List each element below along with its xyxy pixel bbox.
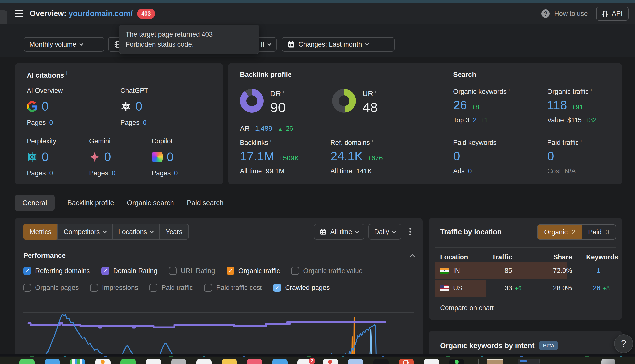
dock-app-icon[interactable]: 2 — [297, 358, 313, 364]
target-domain-link[interactable]: yourdomain.com/ — [69, 9, 133, 18]
segment-competitors[interactable]: Competitors — [57, 224, 112, 239]
paid-keywords-value-link[interactable]: 0 — [453, 149, 460, 163]
info-icon[interactable]: i — [375, 89, 376, 94]
toggle-paid[interactable]: Paid0 — [582, 225, 616, 239]
dock-app-icon[interactable] — [323, 358, 338, 364]
performance-chart — [23, 312, 414, 358]
checkbox-organic-traffic[interactable]: Organic traffic — [226, 267, 280, 275]
info-icon[interactable]: i — [270, 138, 271, 143]
dock-app-icon[interactable] — [424, 358, 439, 364]
organic-traffic-value-link[interactable]: 118 — [547, 98, 567, 112]
dock-trash-icon[interactable] — [601, 358, 615, 364]
checkbox-organic-pages[interactable]: Organic pages — [23, 284, 79, 292]
dock-app-icon[interactable] — [95, 358, 111, 364]
date-range-dropdown[interactable]: All time — [314, 224, 364, 240]
segment-locations[interactable]: Locations — [112, 224, 159, 239]
side-drawer-handle[interactable] — [0, 10, 8, 25]
backlinks-value-link[interactable]: 17.1M — [240, 149, 274, 164]
dock-separator — [478, 358, 479, 364]
location-row-in[interactable]: IN 85 72.0% 1 — [435, 262, 618, 279]
segment-metrics[interactable]: Metrics — [23, 224, 58, 240]
refdomains-value-link[interactable]: 24.1K — [331, 149, 363, 164]
tab-backlink-profile[interactable]: Backlink profile — [67, 199, 114, 207]
checkbox-paid-traffic[interactable]: Paid traffic — [149, 284, 193, 292]
info-icon[interactable]: i — [283, 89, 284, 94]
keywords-link[interactable]: 26 — [593, 284, 600, 292]
dock-app-icon[interactable] — [247, 358, 262, 364]
checkbox-organic-traffic-value[interactable]: Organic traffic value — [291, 267, 363, 275]
kebab-menu-icon[interactable] — [405, 224, 415, 240]
ur-metric: URi 48 — [362, 89, 378, 116]
paid-traffic-value-link[interactable]: 0 — [547, 149, 554, 163]
checkbox-domain-rating[interactable]: Domain Rating — [101, 267, 158, 275]
dock-app-icon[interactable] — [272, 358, 287, 364]
checkbox-box — [226, 267, 234, 275]
notification-badge: 2 — [309, 358, 315, 364]
pages-count-link[interactable]: 0 — [143, 119, 147, 126]
dock-app-icon[interactable] — [373, 358, 389, 364]
floating-help-button[interactable]: ? — [614, 334, 633, 353]
top3-value-link[interactable]: 2 — [473, 116, 477, 124]
pages-count-link[interactable]: 0 — [49, 119, 53, 126]
organic-keywords-value-link[interactable]: 26 — [453, 98, 467, 112]
ai-citations-title: AI citationsi — [27, 70, 67, 79]
google-icon — [27, 101, 38, 112]
compare-on-chart-link[interactable]: Compare on chart — [440, 304, 494, 312]
keywords-link[interactable]: 1 — [596, 267, 600, 274]
ai-citations-card: AI citationsi AI Overview 0 Pages0 ChatG… — [15, 63, 223, 184]
tab-general[interactable]: General — [15, 195, 55, 211]
dock-app-icon[interactable] — [348, 358, 363, 364]
dock-photo-thumbnail[interactable] — [487, 358, 503, 364]
location-row-us[interactable]: US 33+6 28.0% 26+8 — [435, 280, 618, 297]
granularity-dropdown[interactable]: Daily — [368, 224, 401, 240]
how-to-use-link[interactable]: How to use — [554, 10, 588, 18]
pages-count-link[interactable]: 0 — [49, 169, 53, 177]
pages-count-link[interactable]: 0 — [174, 169, 178, 177]
toggle-organic[interactable]: Organic2 — [538, 225, 582, 239]
perplexity-metric: Perplexity 0 Pages0 — [27, 138, 56, 177]
chatgpt-value: 0 — [135, 99, 142, 114]
api-button[interactable]: {} API — [596, 7, 628, 20]
ar-value-link[interactable]: 1,489 — [255, 124, 272, 132]
tab-paid-search[interactable]: Paid search — [187, 199, 224, 207]
checkbox-url-rating[interactable]: URL Rating — [169, 267, 215, 275]
card-section-divider — [431, 70, 431, 182]
checkbox-paid-traffic-cost[interactable]: Paid traffic cost — [204, 284, 262, 292]
info-icon[interactable]: i — [66, 70, 67, 76]
checkbox-crawled-pages[interactable]: Crawled pages — [273, 284, 330, 292]
dock-app-icon[interactable] — [70, 358, 85, 364]
info-icon[interactable]: i — [591, 87, 592, 92]
dock-app-icon[interactable] — [449, 358, 464, 364]
gemini-metric: Gemini 0 Pages0 — [89, 138, 116, 177]
copilot-value: 0 — [167, 150, 173, 164]
dock-app-icon[interactable] — [399, 358, 414, 364]
info-icon[interactable]: i — [581, 138, 582, 143]
changes-dropdown[interactable]: Changes: Last month — [281, 37, 395, 52]
pages-count-link[interactable]: 0 — [112, 169, 116, 177]
status-badge[interactable]: 403 — [137, 9, 155, 19]
checkbox-referring-domains[interactable]: Referring domains — [23, 267, 90, 275]
tab-organic-search[interactable]: Organic search — [127, 199, 174, 207]
dock-app-icon[interactable] — [120, 358, 136, 364]
info-icon[interactable]: i — [499, 138, 500, 143]
dock-app-icon[interactable] — [19, 358, 35, 364]
dock-app-icon[interactable] — [222, 358, 237, 364]
dock-app-icon[interactable] — [146, 358, 161, 364]
monthly-volume-dropdown[interactable]: Monthly volume — [24, 37, 104, 52]
info-icon[interactable]: i — [509, 87, 510, 92]
checkbox-box — [204, 284, 212, 292]
ahrefs-overview-page: Overview: yourdomain.com/ 403 ? How to u… — [0, 0, 635, 364]
dock-app-icon[interactable] — [45, 358, 60, 364]
hamburger-menu-icon[interactable] — [15, 10, 23, 17]
segment-years[interactable]: Years — [159, 224, 188, 239]
checkbox-impressions[interactable]: Impressions — [90, 284, 138, 292]
chart-line-crawled-pages — [370, 330, 372, 358]
info-icon[interactable]: i — [372, 138, 373, 143]
performance-header: Performance — [23, 252, 414, 260]
chevron-down-icon — [392, 229, 396, 233]
collapse-chevron-icon[interactable] — [410, 254, 415, 259]
ads-value-link[interactable]: 0 — [468, 168, 472, 175]
dock-window-thumbnail[interactable] — [518, 358, 540, 364]
dock-app-icon[interactable] — [171, 358, 186, 364]
dock-app-icon[interactable] — [196, 358, 212, 364]
